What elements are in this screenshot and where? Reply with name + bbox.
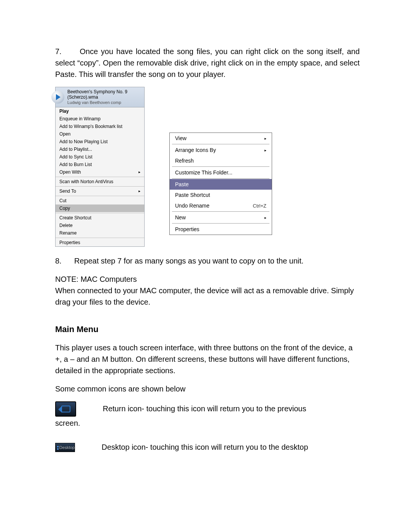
menu-separator — [56, 213, 144, 213]
chevron-right-icon: ▸ — [261, 216, 266, 220]
context-menu-item[interactable]: Refresh — [170, 155, 272, 166]
desktop-icon: Desktop — [55, 443, 75, 452]
menu-separator — [56, 238, 144, 238]
context-menu-item-label: New — [175, 214, 186, 220]
context-menu-item-label: Add to Burn List — [59, 162, 92, 167]
context-menu-item-label: Open — [59, 131, 70, 137]
context-menu-item-label: Scan with Norton AntiVirus — [59, 179, 113, 184]
context-menu-item-label: Play — [59, 109, 69, 114]
context-menu-item-label: Rename — [59, 230, 76, 236]
context-menu-item-label: Properties — [59, 240, 80, 245]
menu-separator — [172, 223, 269, 224]
context-menu-item-label: Customize This Folder... — [175, 169, 233, 176]
context-menu-item[interactable]: Rename — [56, 229, 144, 237]
main-menu-heading: Main Menu — [55, 324, 360, 334]
context-menu-item-label: Add to Winamp's Bookmark list — [59, 124, 123, 129]
context-menu-item[interactable]: Copy — [56, 204, 144, 212]
menu-separator — [56, 177, 144, 177]
desktop-icon-text: Desktop icon- touching this icon will re… — [102, 443, 308, 452]
mac-note: NOTE: MAC Computers When connected to yo… — [55, 273, 360, 308]
context-menu-item[interactable]: Add to Winamp's Bookmark list — [56, 123, 144, 130]
return-icon-row: Return icon- touching this icon will ret… — [55, 401, 360, 417]
note-heading: NOTE: MAC Computers — [55, 273, 360, 285]
context-menu-item-label: Create Shortcut — [59, 215, 91, 220]
context-menu-item-label: View — [175, 135, 186, 141]
chevron-right-icon: ▸ — [261, 136, 266, 141]
main-menu-para-2: Some common icons are shown below — [55, 383, 360, 395]
menu-separator — [172, 166, 269, 167]
step-7: 7. Once you have located the song files,… — [55, 46, 360, 80]
folder-context-menu: View▸Arrange Icons By▸RefreshCustomize T… — [169, 133, 272, 235]
desktop-icon-label: Desktop — [59, 445, 75, 450]
file-context-menu-panel: Beethoven's Symphony No. 9 (Scherzo).wma… — [55, 87, 145, 247]
context-menu-item[interactable]: Open — [56, 130, 144, 138]
document-page: 7. Once you have located the song files,… — [0, 0, 411, 532]
context-menu-item[interactable]: Delete — [56, 222, 144, 229]
file-name: Beethoven's Symphony No. 9 (Scherzo).wma — [67, 89, 142, 100]
step-text: Repeat step 7 for as many songs as you w… — [74, 257, 304, 265]
context-menu-item[interactable]: New▸ — [170, 212, 272, 223]
context-menu-item[interactable]: Add to Playlist... — [56, 145, 144, 153]
note-body: When connected to your MAC computer, the… — [55, 285, 360, 308]
context-menu-item[interactable]: Add to Sync List — [56, 153, 144, 161]
context-menu-item-label: Open With — [59, 169, 81, 175]
context-menu-item-label: Send To — [59, 189, 76, 194]
menu-separator — [172, 211, 269, 212]
step-text: Once you have located the song files, yo… — [55, 47, 360, 78]
context-menu-item-label: Add to Now Playing List — [59, 139, 108, 144]
menu-shortcut: Ctrl+Z — [253, 203, 266, 209]
context-menu-item-label: Arrange Icons By — [175, 147, 216, 153]
context-menu-item-label: Properties — [175, 226, 199, 232]
menu-separator — [172, 144, 269, 144]
context-menu-item-label: Paste Shortcut — [175, 192, 210, 198]
context-menu-item[interactable]: Paste Shortcut — [170, 190, 272, 200]
menu-separator — [172, 178, 269, 179]
context-menu-item[interactable]: Enqueue in Winamp — [56, 115, 144, 123]
context-menu-item[interactable]: Paste — [170, 179, 272, 190]
context-menu-item[interactable]: Undo RenameCtrl+Z — [170, 200, 272, 211]
chevron-right-icon: ▸ — [135, 189, 140, 193]
step-number: 8. — [55, 257, 62, 265]
context-menu-item-label: Enqueue in Winamp — [59, 116, 100, 121]
context-menu-item[interactable]: Cut — [56, 197, 144, 204]
context-menu-item[interactable]: Scan with Norton AntiVirus — [56, 178, 144, 185]
context-menu-item[interactable]: Play — [56, 107, 144, 115]
context-menu-item-label: Cut — [59, 198, 67, 203]
context-menu-item[interactable]: Create Shortcut — [56, 214, 144, 222]
context-menu-item[interactable]: Arrange Icons By▸ — [170, 145, 272, 155]
context-menu-item-label: Undo Rename — [175, 203, 209, 209]
step-number: 7. — [55, 47, 62, 56]
context-menu-item-label: Paste — [175, 181, 189, 187]
return-icon — [55, 401, 76, 417]
menu-separator — [56, 186, 144, 187]
context-menu-item[interactable]: View▸ — [170, 133, 272, 144]
chevron-right-icon: ▸ — [261, 148, 266, 152]
menu-separator — [56, 196, 144, 196]
context-menu-item-label: Add to Sync List — [59, 154, 92, 160]
context-menu-item[interactable]: Open With▸ — [56, 168, 144, 176]
main-menu-para-1: This player uses a touch screen interfac… — [55, 342, 360, 376]
context-menu-item[interactable]: Customize This Folder... — [170, 167, 272, 178]
chevron-right-icon: ▸ — [135, 170, 140, 174]
context-menu-item[interactable]: Properties — [56, 239, 144, 246]
screenshots-row: Beethoven's Symphony No. 9 (Scherzo).wma… — [55, 87, 360, 247]
file-header-title: Beethoven's Symphony No. 9 (Scherzo).wma… — [67, 89, 142, 105]
context-menu-item-label: Copy — [59, 206, 70, 211]
context-menu-item[interactable]: Add to Burn List — [56, 161, 144, 168]
file-subtitle: Ludwig van Beethoven comp — [67, 100, 142, 105]
context-menu-item-label: Add to Playlist... — [59, 147, 92, 152]
file-context-menu: PlayEnqueue in WinampAdd to Winamp's Boo… — [56, 107, 144, 246]
step-8: 8. Repeat step 7 for as many songs as yo… — [55, 255, 360, 267]
media-player-icon — [51, 91, 64, 104]
return-icon-text-2: screen. — [55, 419, 360, 428]
context-menu-item-label: Delete — [59, 223, 73, 228]
return-icon-text: Return icon- touching this icon will ret… — [103, 404, 306, 413]
file-header: Beethoven's Symphony No. 9 (Scherzo).wma… — [56, 87, 144, 107]
arrow-left-icon — [61, 406, 70, 412]
desktop-icon-row: Desktop Desktop icon- touching this icon… — [55, 443, 360, 452]
context-menu-item[interactable]: Send To▸ — [56, 187, 144, 195]
context-menu-item[interactable]: Properties — [170, 224, 272, 235]
context-menu-item[interactable]: Add to Now Playing List — [56, 138, 144, 145]
context-menu-item-label: Refresh — [175, 158, 194, 164]
